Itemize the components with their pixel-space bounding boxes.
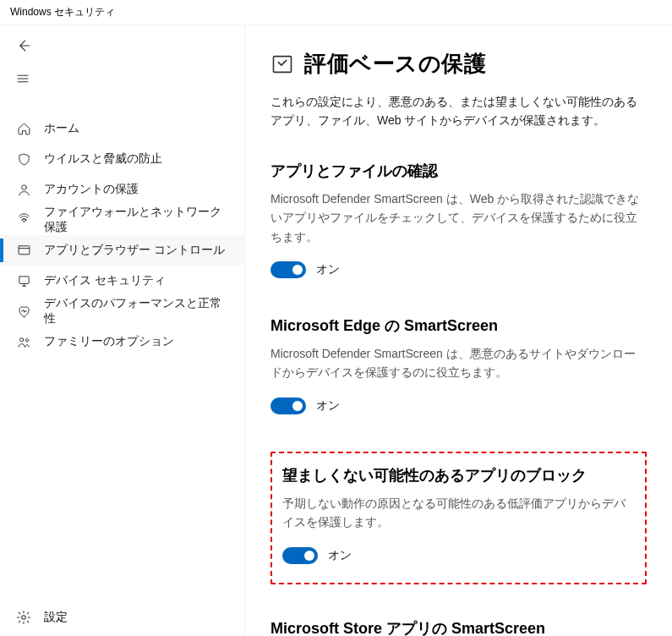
section-title: アプリとファイルの確認 bbox=[270, 161, 647, 181]
health-icon bbox=[15, 303, 32, 320]
settings-item[interactable]: 設定 bbox=[0, 599, 244, 636]
app-browser-icon bbox=[15, 242, 32, 259]
section-description: Microsoft Defender SmartScreen は、悪意のあるサイ… bbox=[270, 344, 647, 382]
sidebar-item-label: アプリとブラウザー コントロール bbox=[44, 243, 225, 258]
sidebar-item-label: アカウントの保護 bbox=[44, 182, 139, 197]
main-content: 評価ベースの保護 これらの設定により、悪意のある、または望ましくない可能性のある… bbox=[245, 25, 672, 636]
svg-point-6 bbox=[22, 616, 26, 620]
window-title: Windows セキュリティ bbox=[10, 5, 115, 19]
family-icon bbox=[15, 333, 32, 350]
sidebar-item-health[interactable]: デバイスのパフォーマンスと正常性 bbox=[0, 296, 244, 326]
network-icon bbox=[15, 211, 32, 228]
svg-point-4 bbox=[19, 337, 23, 341]
person-icon bbox=[15, 181, 32, 198]
nav-list: ホームウイルスと脅威の防止アカウントの保護ファイアウォールとネットワーク保護アプ… bbox=[0, 113, 244, 357]
device-icon bbox=[15, 272, 32, 289]
sidebar-item-family[interactable]: ファミリーのオプション bbox=[0, 326, 244, 357]
sidebar-item-home[interactable]: ホーム bbox=[0, 113, 244, 144]
toggle-track bbox=[270, 261, 306, 278]
gear-icon bbox=[15, 609, 32, 626]
sidebar-item-shield[interactable]: ウイルスと脅威の防止 bbox=[0, 144, 244, 174]
back-button[interactable] bbox=[15, 37, 36, 58]
reputation-protection-icon bbox=[270, 52, 294, 76]
sidebar-item-label: ウイルスと脅威の防止 bbox=[44, 151, 162, 167]
shield-icon bbox=[15, 151, 32, 167]
section-description: Microsoft Defender SmartScreen は、Web から取… bbox=[270, 189, 647, 246]
toggle-switch[interactable]: オン bbox=[270, 398, 340, 414]
settings-label: 設定 bbox=[44, 610, 68, 625]
toggle-track bbox=[270, 398, 306, 414]
hamburger-icon bbox=[15, 71, 30, 86]
sidebar-item-person[interactable]: アカウントの保護 bbox=[0, 174, 244, 205]
page-header: 評価ベースの保護 bbox=[270, 49, 647, 79]
toggle-state-label: オン bbox=[316, 262, 340, 277]
svg-rect-3 bbox=[19, 276, 28, 283]
toggle-switch[interactable]: オン bbox=[270, 261, 340, 278]
section-2: 望ましくない可能性のあるアプリのブロック予期しない動作の原因となる可能性のある低… bbox=[270, 452, 647, 584]
sidebar: ホームウイルスと脅威の防止アカウントの保護ファイアウォールとネットワーク保護アプ… bbox=[0, 25, 245, 636]
back-arrow-icon bbox=[15, 37, 32, 54]
sidebar-item-label: デバイスのパフォーマンスと正常性 bbox=[44, 296, 229, 326]
sidebar-item-label: ファミリーのオプション bbox=[44, 334, 174, 349]
page-description: これらの設定により、悪意のある、または望ましくない可能性のあるアプリ、ファイル、… bbox=[270, 92, 647, 130]
sidebar-item-app-browser[interactable]: アプリとブラウザー コントロール bbox=[0, 235, 244, 266]
sidebar-footer: 設定 bbox=[0, 599, 244, 636]
sidebar-item-network[interactable]: ファイアウォールとネットワーク保護 bbox=[0, 205, 244, 235]
section-description: 予期しない動作の原因となる可能性のある低評価アプリからデバイスを保護します。 bbox=[282, 494, 635, 532]
toggle-state-label: オン bbox=[316, 398, 340, 414]
section-title: 望ましくない可能性のあるアプリのブロック bbox=[282, 465, 635, 485]
sidebar-item-label: ファイアウォールとネットワーク保護 bbox=[44, 205, 229, 235]
section-title: Microsoft Store アプリの SmartScreen bbox=[270, 618, 647, 636]
toggle-track bbox=[282, 547, 318, 564]
svg-point-5 bbox=[25, 338, 28, 341]
sections-container: アプリとファイルの確認Microsoft Defender SmartScree… bbox=[270, 161, 647, 636]
svg-point-0 bbox=[21, 184, 26, 189]
page-title: 評価ベースの保護 bbox=[304, 49, 486, 79]
sidebar-item-device[interactable]: デバイス セキュリティ bbox=[0, 266, 244, 296]
toggle-switch[interactable]: オン bbox=[282, 547, 352, 564]
toggle-state-label: オン bbox=[328, 548, 352, 563]
window-titlebar: Windows セキュリティ bbox=[0, 0, 672, 25]
hamburger-button[interactable] bbox=[15, 71, 36, 91]
section-1: Microsoft Edge の SmartScreenMicrosoft De… bbox=[270, 315, 647, 418]
section-3: Microsoft Store アプリの SmartScreenMicrosof… bbox=[270, 618, 647, 636]
section-title: Microsoft Edge の SmartScreen bbox=[270, 315, 647, 336]
home-icon bbox=[15, 120, 32, 137]
section-0: アプリとファイルの確認Microsoft Defender SmartScree… bbox=[270, 161, 647, 282]
sidebar-item-label: デバイス セキュリティ bbox=[44, 273, 166, 288]
sidebar-item-label: ホーム bbox=[44, 121, 79, 136]
svg-rect-2 bbox=[19, 245, 30, 254]
